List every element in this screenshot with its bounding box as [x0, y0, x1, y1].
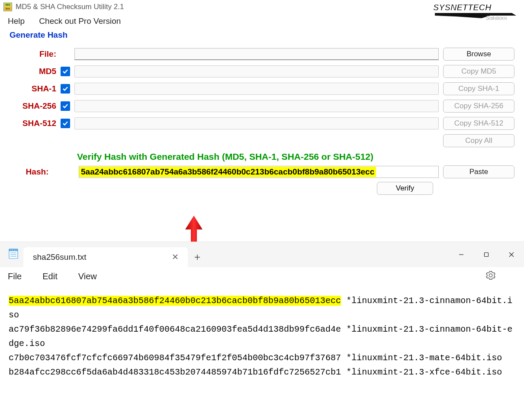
label-sha256: SHA-256: [10, 101, 61, 111]
copy-sha256-button[interactable]: Copy SHA-256: [443, 100, 514, 113]
check-icon: [62, 68, 69, 75]
row-file: File: Browse: [10, 48, 514, 61]
check-icon: [62, 103, 69, 110]
close-button[interactable]: [499, 245, 524, 265]
svg-point-8: [14, 250, 15, 251]
form-area: File: Browse MD5 Copy MD5 SHA-1 Copy SHA…: [0, 42, 524, 199]
tab-close-button[interactable]: [170, 253, 180, 262]
md5-output[interactable]: [74, 65, 439, 78]
browse-button[interactable]: Browse: [443, 48, 514, 61]
menu-help[interactable]: Help: [8, 16, 25, 26]
notepad-title-bar: sha256sum.txt: [0, 242, 524, 267]
sha256-output[interactable]: [74, 100, 439, 112]
row-sha512: SHA-512 Copy SHA-512: [10, 117, 514, 130]
sha512-output[interactable]: [74, 117, 439, 129]
checkbox-sha1[interactable]: [61, 84, 70, 94]
row-hash: Hash: 5aa24abbc616807ab754a6a3b586f24460…: [10, 165, 514, 178]
window-title: MD5 & SHA Checksum Utility 2.1: [16, 3, 124, 11]
np-menu-view[interactable]: View: [78, 271, 97, 281]
copy-all-button[interactable]: Copy All: [443, 134, 514, 147]
notepad-window: sha256sum.txt File Edit View 5aa24abbc61…: [0, 242, 524, 420]
highlighted-hash: 5aa24abbc616807ab754a6a3b586f24460b0c213…: [9, 296, 341, 306]
verify-section-title: Verify Hash with Generated Hash (MD5, SH…: [77, 152, 514, 162]
row-verify: Verify: [10, 182, 514, 195]
copy-md5-button[interactable]: Copy MD5: [443, 65, 514, 78]
hash-value-highlight: 5aa24abbc616807ab754a6a3b586f24460b0c213…: [79, 167, 376, 177]
content-line-1: 5aa24abbc616807ab754a6a3b586f24460b0c213…: [9, 294, 515, 322]
notepad-icon: [8, 247, 19, 259]
section-generate-hash: Generate Hash: [0, 29, 524, 42]
new-tab-button[interactable]: [188, 247, 207, 267]
content-line-2: ac79f36b82896e74299fa6dd1f40f00648ca2160…: [9, 322, 515, 351]
check-icon: [62, 120, 69, 127]
menu-pro[interactable]: Check out Pro Version: [39, 16, 121, 26]
checkbox-sha512[interactable]: [61, 119, 70, 128]
label-md5: MD5: [10, 67, 61, 76]
minimize-icon: [458, 252, 464, 258]
content-line-3: c7b0c703476fcf7cfcfc66974b60984f35479fe1…: [9, 351, 515, 365]
label-file: File:: [10, 49, 61, 59]
gear-icon: [486, 271, 495, 280]
svg-point-7: [12, 250, 13, 251]
row-sha1: SHA-1 Copy SHA-1: [10, 82, 514, 95]
content-line-4: b284afcc298cc6f5da6ab4d483318c453b207448…: [9, 365, 515, 379]
checksum-utility-window: MD5SHA MD5 & SHA Checksum Utility 2.1 SY…: [0, 0, 524, 199]
window-controls: [449, 245, 524, 265]
row-md5: MD5 Copy MD5: [10, 65, 514, 78]
plus-icon: [194, 254, 201, 261]
copy-sha1-button[interactable]: Copy SHA-1: [443, 82, 514, 95]
check-icon: [62, 85, 69, 92]
notepad-tab[interactable]: sha256sum.txt: [23, 247, 188, 267]
checkbox-sha256[interactable]: [61, 101, 70, 111]
file-input[interactable]: [74, 48, 439, 60]
notepad-menu-bar: File Edit View: [0, 267, 524, 286]
notepad-content[interactable]: 5aa24abbc616807ab754a6a3b586f24460b0c213…: [0, 286, 524, 387]
row-sha256: SHA-256 Copy SHA-256: [10, 100, 514, 113]
row-copy-all: Copy All: [10, 134, 514, 147]
maximize-button[interactable]: [474, 245, 499, 265]
close-icon: [172, 254, 178, 260]
np-menu-edit[interactable]: Edit: [42, 271, 57, 281]
verify-button[interactable]: Verify: [377, 182, 433, 195]
maximize-icon: [483, 252, 489, 258]
close-icon: [508, 252, 514, 258]
label-sha512: SHA-512: [10, 119, 61, 128]
title-bar: MD5SHA MD5 & SHA Checksum Utility 2.1: [0, 0, 524, 14]
sha1-output[interactable]: [74, 83, 439, 95]
svg-rect-14: [485, 253, 489, 257]
tab-title: sha256sum.txt: [33, 252, 87, 262]
np-menu-file[interactable]: File: [8, 271, 22, 281]
label-sha1: SHA-1: [10, 84, 61, 94]
svg-point-6: [10, 250, 11, 251]
label-hash: Hash:: [10, 167, 65, 177]
app-icon: MD5SHA: [3, 3, 12, 11]
paste-button[interactable]: Paste: [443, 165, 514, 178]
np-settings-button[interactable]: [486, 271, 495, 282]
menu-bar: Help Check out Pro Version: [0, 14, 524, 29]
copy-sha512-button[interactable]: Copy SHA-512: [443, 117, 514, 130]
checkbox-md5[interactable]: [61, 67, 70, 76]
minimize-button[interactable]: [449, 245, 474, 265]
svg-point-9: [16, 250, 16, 251]
hash-input[interactable]: 5aa24abbc616807ab754a6a3b586f24460b0c213…: [79, 166, 439, 178]
